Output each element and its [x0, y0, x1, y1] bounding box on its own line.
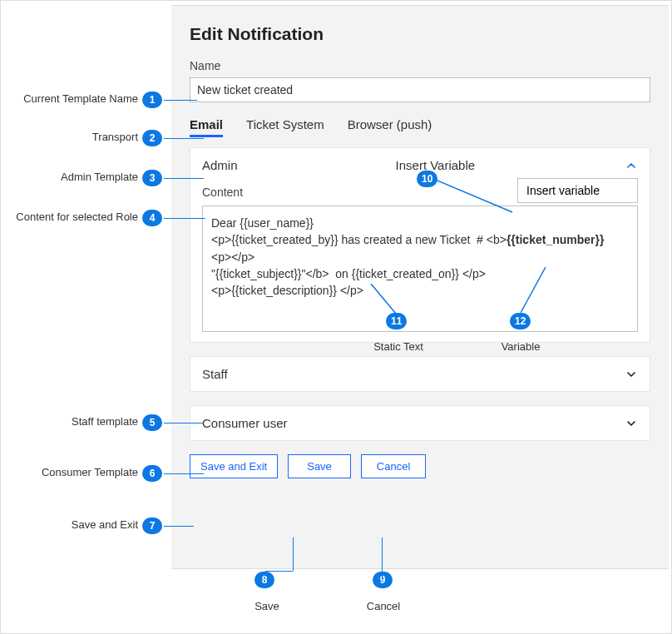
marker-9: 9: [373, 572, 393, 588]
action-buttons: Save and Exit Save Cancel: [190, 454, 650, 478]
marker-4: 4: [142, 210, 162, 226]
lead-line: [293, 537, 294, 571]
static-text-segment: <p>: [211, 233, 231, 246]
lead-line: [164, 423, 204, 423]
accordion-admin-title: Admin: [202, 158, 238, 172]
accordion-staff: Staff: [190, 356, 650, 392]
save-button[interactable]: Save: [288, 454, 351, 478]
marker-7: 7: [142, 518, 162, 534]
svg-line-0: [433, 179, 512, 212]
annot-label-1: Current Template Name: [1, 92, 138, 105]
svg-line-1: [371, 284, 396, 314]
name-input[interactable]: [190, 77, 650, 102]
variable-token: {{ticket_number}}: [506, 233, 605, 246]
tab-email[interactable]: Email: [190, 114, 223, 137]
accordion-consumer: Consumer user: [190, 405, 650, 441]
static-text-segment: <p>: [211, 284, 231, 297]
content-label: Content: [202, 186, 243, 199]
insert-variable-button[interactable]: Insert variable: [517, 178, 638, 203]
accordion-consumer-title: Consumer user: [202, 416, 288, 430]
marker-6: 6: [142, 465, 162, 482]
name-label: Name: [190, 59, 650, 72]
static-text-segment: <p></p>: [211, 250, 254, 264]
annot-label-8: Save: [242, 600, 292, 612]
marker-8: 8: [254, 572, 274, 588]
lead-line: [164, 138, 204, 139]
accordion-staff-header[interactable]: Staff: [202, 367, 638, 381]
content-editor[interactable]: Dear {{user_name}} <p>{{ticket_created_b…: [202, 206, 638, 332]
lead-line: [382, 537, 383, 579]
static-text-segment: </p>: [337, 284, 363, 297]
annot-label-2: Transport: [1, 131, 138, 143]
lead-line: [265, 571, 293, 572]
annot-label-4: Content for selected Role: [1, 211, 138, 223]
annot-label-7: Save and Exit: [1, 518, 138, 531]
tab-ticket-system[interactable]: Ticket System: [246, 114, 324, 137]
lead-line: [164, 473, 204, 474]
marker-11: 11: [386, 313, 407, 329]
lead-line: [164, 218, 205, 219]
variable-token: {{ticket_created_by}}: [231, 233, 338, 246]
chevron-down-icon: [625, 368, 638, 381]
accordion-consumer-header[interactable]: Consumer user: [202, 416, 638, 430]
cancel-button[interactable]: Cancel: [361, 454, 426, 478]
lead-line: [371, 284, 404, 315]
edit-notification-panel: Edit Notification Name Email Ticket Syst…: [171, 5, 669, 569]
lead-line: [521, 267, 554, 314]
save-and-exit-button[interactable]: Save and Exit: [190, 454, 278, 478]
annot-label-6: Consumer Template: [1, 466, 138, 478]
variable-token: {{user_name}}: [240, 216, 314, 230]
lead-line: [433, 179, 516, 216]
accordion-staff-title: Staff: [202, 367, 228, 381]
marker-3: 3: [142, 170, 162, 186]
variable-token: {{ticket_subject}}: [215, 267, 302, 280]
annot-label-11: Static Text: [357, 340, 440, 353]
annot-label-9: Cancel: [358, 600, 408, 612]
variable-token: {{ticket_description}}: [231, 284, 337, 297]
page-title: Edit Notification: [190, 24, 650, 44]
insert-variable-label: Insert Variable: [396, 158, 476, 172]
static-text-segment: has created a new Ticket # <b>: [338, 233, 506, 246]
marker-5: 5: [142, 414, 162, 431]
accordion-admin-header[interactable]: Admin Insert Variable: [202, 158, 638, 172]
svg-line-2: [521, 267, 546, 313]
marker-2: 2: [142, 130, 162, 146]
lead-line: [164, 526, 194, 527]
variable-token: {{ticket_created_on}}: [352, 267, 459, 280]
tab-browser-push[interactable]: Browser (push): [348, 114, 432, 137]
static-text-segment: Dear: [211, 216, 240, 230]
transport-tabs: Email Ticket System Browser (push): [190, 114, 650, 137]
annot-label-3: Admin Template: [1, 171, 138, 183]
chevron-down-icon: [625, 417, 638, 430]
chevron-up-icon: [625, 159, 638, 172]
lead-line: [164, 100, 197, 101]
marker-1: 1: [142, 92, 162, 108]
annot-label-5: Staff template: [1, 415, 138, 428]
static-text-segment: </p>: [459, 267, 486, 280]
static-text-segment: "</b> on: [302, 267, 352, 280]
lead-line: [164, 178, 204, 179]
annot-label-12: Variable: [483, 340, 558, 353]
marker-12: 12: [510, 313, 531, 329]
